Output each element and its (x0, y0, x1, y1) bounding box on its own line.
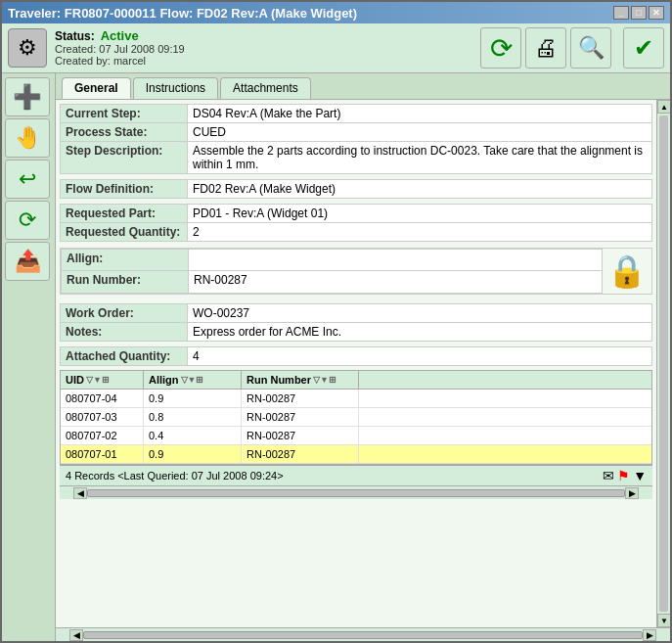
bottom-scroll-right-button[interactable]: ▶ (643, 629, 656, 641)
lock-icon: 🔒 (603, 249, 651, 294)
allign-filter-icon[interactable]: ▽▼⊞ (181, 375, 204, 385)
uid-filter-icon[interactable]: ▽▼⊞ (86, 375, 110, 385)
col-header-allign: Allign ▽▼⊞ (144, 371, 242, 389)
requested-part-label: Requested Part: (61, 205, 188, 223)
vertical-scrollbar[interactable]: ▲ ▼ (656, 100, 670, 627)
scroll-track-h (87, 489, 625, 497)
allign-run-table: Allign: Run Number: RN-00287 (61, 249, 603, 294)
tab-instructions[interactable]: Instructions (133, 77, 218, 99)
main-area: ➕ 🤚 ↩ ⟳ 📤 General Instructions Attachmen… (2, 73, 670, 641)
tab-general[interactable]: General (62, 77, 131, 99)
flag-icon[interactable]: ⚑ (617, 468, 630, 483)
allign-row: Allign: (62, 249, 603, 271)
status-info: Status: Active Created: 07 Jul 2008 09:1… (55, 28, 185, 67)
cell-uid: 080707-01 (61, 445, 144, 463)
sidebar: ➕ 🤚 ↩ ⟳ 📤 (2, 73, 56, 641)
check-button[interactable]: ✔ (623, 27, 664, 69)
status-value: Active (101, 28, 139, 43)
maximize-button[interactable]: □ (631, 6, 647, 20)
records-status: 4 Records <Last Queried: 07 Jul 2008 09:… (66, 470, 284, 482)
work-order-value: WO-00237 (188, 304, 652, 323)
close-button[interactable]: ✕ (649, 6, 664, 20)
form-content: Current Step: DS04 Rev:A (Make the Part)… (56, 100, 656, 627)
settings-icon: ⚙ (8, 28, 47, 68)
cell-uid: 080707-04 (61, 390, 144, 407)
status-block: ⚙ Status: Active Created: 07 Jul 2008 09… (8, 28, 185, 68)
scroll-left-button[interactable]: ◀ (73, 487, 87, 499)
form-table: Current Step: DS04 Rev:A (Make the Part)… (60, 104, 652, 248)
horizontal-scrollbar[interactable]: ◀ ▶ (60, 485, 652, 499)
created-by-info: Created by: marcel (55, 55, 185, 67)
run-filter-icon[interactable]: ▽▼⊞ (313, 375, 336, 385)
refresh-button[interactable]: ⟳ (480, 27, 521, 69)
attached-qty-value: 4 (188, 347, 652, 366)
back-arrow-button[interactable]: ↩ (5, 160, 50, 199)
work-order-label: Work Order: (61, 304, 188, 323)
search-document-button[interactable]: 🔍 (570, 27, 611, 69)
current-step-row: Current Step: DS04 Rev:A (Make the Part) (61, 105, 652, 123)
process-button[interactable]: ⟳ (5, 201, 50, 240)
requested-part-value: PD01 - Rev:A (Widget 01) (188, 205, 652, 223)
filter-icon[interactable]: ▼ (633, 468, 647, 483)
grid-row[interactable]: 080707-02 0.4 RN-00287 (61, 427, 651, 445)
bottom-horizontal-scrollbar[interactable]: ◀ ▶ (56, 627, 670, 641)
notes-value: Express order for ACME Inc. (188, 323, 652, 342)
title-bar: Traveler: FR0807-000011 Flow: FD02 Rev:A… (2, 2, 670, 23)
scroll-down-button[interactable]: ▼ (657, 614, 670, 627)
allign-value[interactable] (189, 249, 603, 271)
cell-uid: 080707-03 (61, 408, 144, 426)
created-info: Created: 07 Jul 2008 09:19 (55, 43, 185, 55)
attached-qty-row: Attached Quantity: 4 (61, 347, 652, 366)
cell-run-number: RN-00287 (242, 445, 359, 463)
grid-row-selected[interactable]: 080707-01 0.9 RN-00287 (61, 445, 651, 464)
flow-def-value: FD02 Rev:A (Make Widget) (188, 180, 652, 199)
add-button[interactable]: ➕ (5, 77, 50, 116)
main-window: Traveler: FR0807-000011 Flow: FD02 Rev:A… (0, 0, 672, 643)
hand-button[interactable]: 🤚 (5, 118, 50, 158)
cell-run-number: RN-00287 (242, 408, 359, 426)
allign-input[interactable] (194, 252, 597, 265)
step-desc-value: Assemble the 2 parts according to instru… (188, 142, 652, 174)
cell-run-number: RN-00287 (242, 427, 359, 444)
allign-run-section: Allign: Run Number: RN-00287 🔒 (60, 248, 652, 295)
grid-row[interactable]: 080707-04 0.9 RN-00287 (61, 390, 651, 408)
col-header-run-number: Run Number ▽▼⊞ (242, 371, 359, 389)
run-number-row: Run Number: RN-00287 (62, 271, 603, 294)
created-by-value: marcel (113, 55, 146, 67)
current-step-label: Current Step: (61, 105, 188, 123)
grid-row[interactable]: 080707-03 0.8 RN-00287 (61, 408, 651, 427)
notes-label: Notes: (61, 323, 188, 342)
requested-part-row: Requested Part: PD01 - Rev:A (Widget 01) (61, 205, 652, 223)
bottom-scroll-left-button[interactable]: ◀ (69, 629, 83, 641)
export-button[interactable]: 📤 (5, 242, 50, 281)
attached-qty-label: Attached Quantity: (61, 347, 188, 366)
minimize-button[interactable]: _ (613, 6, 629, 20)
print-button[interactable]: 🖨 (525, 27, 566, 69)
current-step-value: DS04 Rev:A (Make the Part) (188, 105, 652, 123)
work-order-table: Work Order: WO-00237 Notes: Express orde… (60, 299, 652, 367)
grid-header: UID ▽▼⊞ Allign ▽▼⊞ Run Number ▽▼⊞ (61, 371, 651, 390)
content-scroll-area: Current Step: DS04 Rev:A (Make the Part)… (56, 100, 670, 627)
grid-status-bar: 4 Records <Last Queried: 07 Jul 2008 09:… (60, 465, 652, 485)
window-title: Traveler: FR0807-000011 Flow: FD02 Rev:A… (8, 6, 357, 21)
tabs: General Instructions Attachments (56, 73, 670, 100)
scroll-up-button[interactable]: ▲ (657, 100, 670, 114)
run-number-label: Run Number: (62, 271, 189, 294)
step-desc-row: Step Description: Assemble the 2 parts a… (61, 142, 652, 174)
scroll-thumb (659, 115, 668, 612)
scroll-right-button[interactable]: ▶ (625, 487, 639, 499)
process-state-value: CUED (188, 123, 652, 142)
tab-attachments[interactable]: Attachments (220, 77, 311, 99)
created-value: 07 Jul 2008 09:19 (99, 43, 184, 55)
status-bar-icons: ✉ ⚑ ▼ (603, 468, 647, 483)
email-icon[interactable]: ✉ (603, 468, 614, 483)
window-controls: _ □ ✕ (613, 6, 664, 20)
created-label: Created: (55, 43, 96, 55)
process-state-label: Process State: (61, 123, 188, 142)
bottom-scroll-track-h (83, 631, 643, 639)
col-header-uid: UID ▽▼⊞ (61, 371, 144, 389)
status-line: Status: Active (55, 28, 185, 43)
run-number-value: RN-00287 (189, 271, 603, 294)
requested-qty-value: 2 (188, 223, 652, 242)
work-order-row: Work Order: WO-00237 (61, 304, 652, 323)
